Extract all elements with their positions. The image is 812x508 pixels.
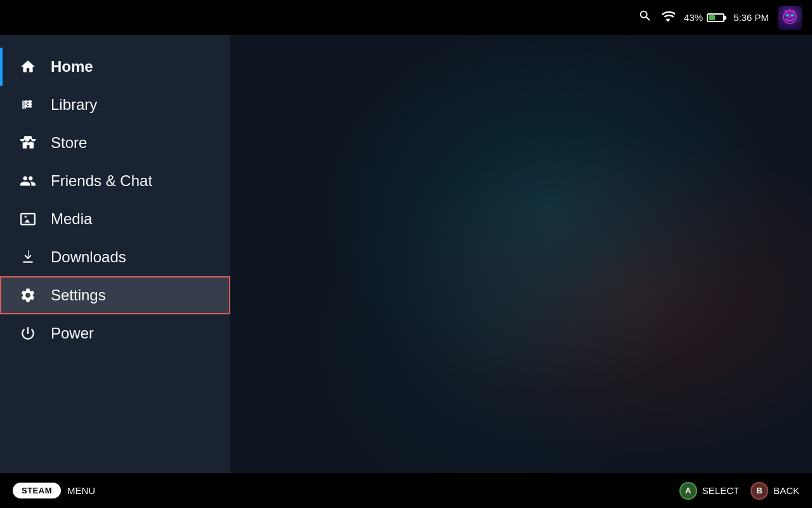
background-blur	[230, 35, 812, 473]
time-display: 5:36 PM	[733, 12, 769, 23]
svg-line-6	[785, 11, 787, 11]
a-button[interactable]: A	[679, 482, 697, 500]
svg-rect-10	[29, 105, 31, 107]
bottom-left: STEAM MENU	[13, 483, 95, 498]
sidebar-item-label: Store	[51, 134, 87, 152]
sidebar-item-label: Library	[51, 96, 97, 114]
library-icon	[19, 97, 37, 113]
sidebar-item-label: Media	[51, 210, 92, 228]
battery-percent: 43%	[684, 12, 703, 23]
select-button-area: A SELECT	[679, 482, 739, 500]
battery-area: 43%	[684, 12, 724, 23]
top-bar: 43% 5:36 PM	[0, 0, 812, 35]
sidebar-item-power[interactable]: Power	[0, 314, 230, 352]
sidebar-item-friends[interactable]: Friends & Chat	[0, 162, 230, 200]
svg-rect-7	[25, 101, 27, 104]
broadcast-icon[interactable]	[661, 9, 675, 26]
power-icon	[19, 325, 37, 342]
top-bar-icons: 43% 5:36 PM	[638, 6, 802, 30]
friends-icon	[19, 173, 37, 189]
sidebar-item-media[interactable]: Media	[0, 200, 230, 238]
sidebar-item-library[interactable]: Library	[0, 86, 230, 124]
sidebar-item-label: Settings	[51, 286, 106, 304]
sidebar-item-downloads[interactable]: Downloads	[0, 238, 230, 276]
sidebar-item-label: Downloads	[51, 248, 126, 266]
battery-icon	[707, 13, 724, 22]
settings-icon	[19, 287, 37, 304]
sidebar-item-label: Friends & Chat	[51, 172, 152, 190]
sidebar: Home Library Store	[0, 35, 230, 473]
store-icon	[19, 135, 37, 151]
sidebar-item-settings[interactable]: Settings	[0, 276, 230, 314]
downloads-icon	[19, 249, 37, 265]
menu-label: MENU	[67, 485, 95, 496]
svg-rect-8	[29, 101, 31, 104]
avatar[interactable]	[778, 6, 802, 30]
back-label: BACK	[773, 485, 799, 496]
avatar-face	[778, 6, 802, 30]
svg-point-2	[786, 14, 789, 17]
media-icon	[19, 211, 37, 227]
svg-line-5	[793, 11, 794, 11]
sidebar-item-label: Power	[51, 324, 94, 342]
bottom-right: A SELECT B BACK	[679, 482, 799, 500]
back-button-area: B BACK	[750, 482, 799, 500]
steam-button[interactable]: STEAM	[13, 483, 61, 498]
svg-point-11	[25, 216, 27, 218]
bottom-bar: STEAM MENU A SELECT B BACK	[0, 473, 812, 508]
home-icon	[19, 58, 37, 75]
sidebar-item-label: Home	[51, 58, 93, 76]
sidebar-item-home[interactable]: Home	[0, 48, 230, 86]
main-content	[230, 35, 812, 473]
b-button[interactable]: B	[750, 482, 768, 500]
sidebar-item-store[interactable]: Store	[0, 124, 230, 162]
select-label: SELECT	[702, 485, 739, 496]
svg-rect-9	[25, 105, 27, 107]
svg-point-3	[791, 14, 794, 17]
search-icon[interactable]	[638, 9, 652, 26]
